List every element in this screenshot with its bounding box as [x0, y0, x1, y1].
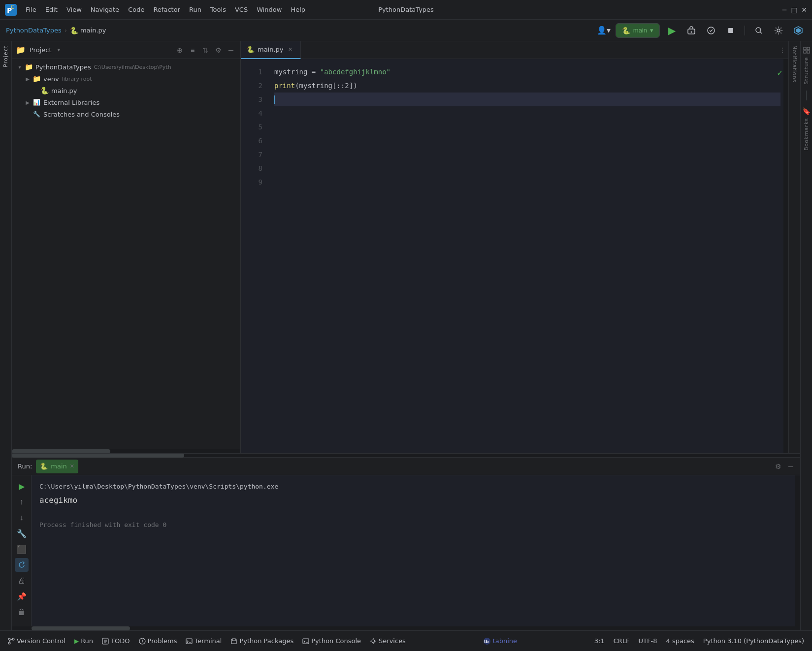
- scratches-item[interactable]: 🔧 Scratches and Consoles: [12, 108, 240, 120]
- bookmarks-label: Bookmarks: [803, 118, 810, 151]
- run-h-scrollbar[interactable]: [12, 626, 800, 630]
- svg-rect-6: [728, 28, 733, 33]
- structure-icon[interactable]: [802, 45, 812, 55]
- project-scrollbar-thumb: [12, 449, 110, 453]
- var-mystring: mystring: [274, 65, 307, 79]
- mainpy-item[interactable]: 🐍 main.py: [12, 85, 240, 96]
- run-panel-minimize[interactable]: ─: [785, 461, 796, 472]
- editor-scrollbar[interactable]: [783, 59, 788, 453]
- run-scroll-down-button[interactable]: ↓: [15, 511, 29, 525]
- breadcrumb-project[interactable]: PythonDataTypes: [6, 27, 62, 34]
- sort-button[interactable]: ⇅: [200, 45, 211, 56]
- project-panel-header: 📁 Project ▾ ⊕ ≡ ⇅ ⚙ ─: [12, 41, 240, 59]
- terminal-label: Terminal: [195, 637, 222, 645]
- problems-item[interactable]: Problems: [135, 635, 181, 647]
- todo-item[interactable]: TODO: [98, 635, 133, 647]
- maximize-button[interactable]: □: [790, 6, 798, 14]
- run-rerun-button[interactable]: [15, 558, 29, 572]
- ext-libs-item[interactable]: ▶ 📊 External Libraries: [12, 96, 240, 108]
- bookmarks-icon[interactable]: 🔖: [802, 106, 812, 116]
- tree-root-item[interactable]: ▾ 📁 PythonDataTypes C:\Users\yilma\Deskt…: [12, 61, 240, 73]
- root-path: C:\Users\yilma\Desktop\Pyth: [94, 64, 171, 70]
- version-control-item[interactable]: Version Control: [4, 635, 69, 647]
- run-dropdown-arrow: ▾: [650, 27, 653, 34]
- cursor-position[interactable]: 3:1: [590, 635, 609, 647]
- collapse-all-button[interactable]: ≡: [187, 45, 198, 56]
- window-controls: ─ □ ✕: [780, 6, 808, 14]
- toolbox-button[interactable]: [790, 23, 806, 38]
- top-editor-row: 📁 Project ▾ ⊕ ≡ ⇅ ⚙ ─ ▾ 📁: [12, 41, 800, 453]
- venv-label: venv: [43, 75, 59, 83]
- minimize-panel-button[interactable]: ─: [226, 45, 236, 56]
- indent-setting[interactable]: 4 spaces: [662, 635, 698, 647]
- run-tab-icon: 🐍: [40, 463, 48, 470]
- encoding[interactable]: UTF-8: [635, 635, 661, 647]
- run-trash-button[interactable]: 🗑: [15, 605, 29, 619]
- menu-edit[interactable]: Edit: [41, 4, 62, 15]
- breadcrumb-file[interactable]: 🐍 main.py: [70, 27, 106, 34]
- run-tab-close[interactable]: ✕: [70, 463, 74, 469]
- tabnine-logo[interactable]: tb tabnine: [483, 637, 517, 645]
- run-play-button[interactable]: ▶: [15, 479, 29, 493]
- code-content[interactable]: mystring = "abcdefghijklmno" print ( mys…: [266, 59, 788, 453]
- editor-tab-menu[interactable]: ⋮: [777, 44, 788, 56]
- run-tab-main[interactable]: 🐍 main ✕: [36, 460, 78, 473]
- services-item[interactable]: Services: [366, 635, 410, 647]
- editor-h-scrollbar-thumb: [12, 454, 184, 458]
- menu-window[interactable]: Window: [253, 4, 286, 15]
- coverage-button[interactable]: [703, 23, 719, 38]
- menu-file[interactable]: File: [22, 4, 40, 15]
- menu-run[interactable]: Run: [185, 4, 205, 15]
- run-button[interactable]: ▶: [664, 23, 680, 38]
- run-main-button[interactable]: 🐍 main ▾: [616, 24, 659, 37]
- svg-text:tb: tb: [484, 640, 489, 644]
- gear-icon-button[interactable]: ⚙: [213, 45, 224, 56]
- menu-vcs[interactable]: VCS: [231, 4, 252, 15]
- search-button[interactable]: [751, 23, 767, 38]
- run-stop-button[interactable]: ⬛: [15, 542, 29, 556]
- run-config-icon: 🐍: [622, 27, 630, 34]
- stop-button[interactable]: [723, 23, 739, 38]
- menu-view[interactable]: View: [63, 4, 86, 15]
- project-scrollbar[interactable]: [12, 449, 240, 453]
- menu-code[interactable]: Code: [124, 4, 148, 15]
- svg-point-7: [756, 28, 761, 32]
- run-tab-label: main: [51, 463, 66, 470]
- run-print-button[interactable]: 🖨: [15, 574, 29, 588]
- close-button[interactable]: ✕: [800, 6, 808, 14]
- editor-tab-main[interactable]: 🐍 main.py ✕: [241, 41, 301, 59]
- debug-button[interactable]: [683, 23, 699, 38]
- menu-refactor[interactable]: Refactor: [149, 4, 184, 15]
- svg-text:C: C: [11, 4, 14, 10]
- run-panel-settings[interactable]: ⚙: [773, 461, 783, 472]
- terminal-item[interactable]: Terminal: [182, 635, 226, 647]
- code-line-6: [274, 134, 780, 148]
- status-bar: Version Control ▶ Run TODO Problems Term…: [0, 630, 812, 651]
- bottom-panel: Run: 🐍 main ✕ ⚙ ─ ▶ ↑ ↓ 🔧: [12, 453, 800, 630]
- python-packages-item[interactable]: Python Packages: [227, 635, 297, 647]
- settings-button[interactable]: [771, 23, 786, 38]
- editor-h-scrollbar[interactable]: [12, 454, 800, 458]
- minimize-button[interactable]: ─: [780, 6, 788, 14]
- line-ending[interactable]: CRLF: [610, 635, 634, 647]
- run-content[interactable]: C:\Users\yilma\Desktop\PythonDataTypes\v…: [32, 475, 795, 626]
- menu-tools[interactable]: Tools: [206, 4, 230, 15]
- tab-label: main.py: [258, 46, 284, 53]
- python-console-item[interactable]: Python Console: [298, 635, 365, 647]
- python-interpreter[interactable]: Python 3.10 (PythonDataTypes): [699, 635, 808, 647]
- run-wrench-button[interactable]: 🔧: [15, 527, 29, 540]
- scratches-label: Scratches and Consoles: [43, 111, 120, 118]
- text-cursor: [274, 95, 275, 104]
- problems-label: Problems: [148, 637, 177, 645]
- user-icon-button[interactable]: 👤▾: [596, 23, 612, 38]
- menu-navigate[interactable]: Navigate: [87, 4, 123, 15]
- tab-close-button[interactable]: ✕: [287, 46, 294, 54]
- root-label: PythonDataTypes: [35, 63, 91, 71]
- run-status-item[interactable]: ▶ Run: [70, 635, 97, 647]
- menu-help[interactable]: Help: [287, 4, 309, 15]
- add-file-button[interactable]: ⊕: [174, 45, 185, 56]
- run-scrollbar[interactable]: [795, 475, 800, 626]
- run-scroll-up-button[interactable]: ↑: [15, 495, 29, 509]
- venv-item[interactable]: ▶ 📁 venv library root: [12, 73, 240, 85]
- run-pin-button[interactable]: 📌: [15, 589, 29, 603]
